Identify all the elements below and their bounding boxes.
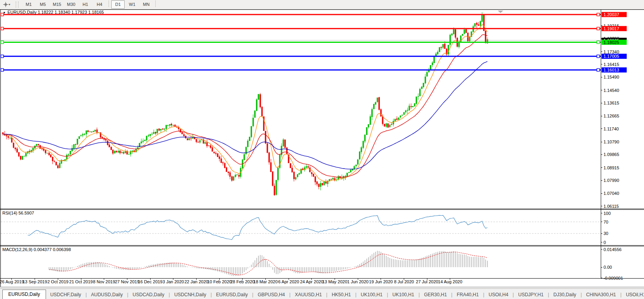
candle [466,29,467,33]
timeframe-button-m1[interactable]: M1 [22,0,35,9]
tab-usoil-h1[interactable]: USOil,H1 [622,290,644,299]
candle [402,115,403,115]
candle [272,172,273,186]
line-handle[interactable] [1,27,4,30]
toolbar-grip-handle[interactable] [16,2,18,8]
tab-usoil-h4[interactable]: USOil,H4 [484,290,513,299]
candle [189,138,190,140]
candle [416,97,417,104]
date-tick-label: 22 Jan 2020 [184,279,208,284]
price-tick-label: 1.14540 [604,88,619,93]
candle [384,124,385,127]
tab-dj30-daily[interactable]: DJ30,Daily [549,290,581,299]
candle [223,163,224,163]
tab-eurusd-daily[interactable]: EURUSD,Daily [2,290,46,299]
date-tick-label: 19 Jun 2020 [369,279,393,284]
candle [341,178,342,178]
candle [41,149,42,149]
candle [29,151,30,152]
candle [7,136,9,138]
tab-eurusd-daily[interactable]: EURUSD,Daily [212,290,252,299]
price-chart-canvas[interactable]: 1.192151.182901.173401.164151.154901.145… [0,9,644,287]
line-handle[interactable] [597,55,600,58]
price-tick-label: 1.12665 [604,114,619,118]
tab-fra40-h1[interactable]: FRA40,H1 [453,290,483,299]
pivot-line-1.18025[interactable] [1,41,601,44]
line-handle[interactable] [1,55,4,58]
candle [364,135,366,141]
resistance-line-1.19017[interactable] [1,27,601,30]
candle [135,149,136,152]
line-handle[interactable] [597,41,600,44]
candle [153,132,155,134]
rsi-indicator-label: RSI(14) 56.5907 [2,211,34,215]
candle [391,125,392,125]
line-handle[interactable] [1,41,4,44]
rsi-tick-label: 70 [604,220,608,224]
tab-xauusd-h1[interactable]: XAUUSD,H1 [291,290,326,299]
tab-usdjpy-h1[interactable]: USDJPY,H1 [514,290,548,299]
line-handle[interactable] [597,27,600,30]
chart-menu-icon[interactable]: ▼ [3,11,6,15]
chart-shift-marker-icon[interactable] [498,11,503,13]
time-axis[interactable]: 26 Aug 201913 Sep 20192 Oct 201921 Oct 2… [0,278,462,284]
candle [192,138,193,138]
line-handle[interactable] [597,13,600,16]
tab-gbpusd-h4[interactable]: GBPUSD,H4 [253,290,289,299]
toolbar-separator [109,0,109,7]
candle [9,138,11,138]
chevron-down-icon[interactable]: ▾ [9,3,10,6]
date-tick-label: 13 Sep 2019 [22,279,47,284]
tab-usdcad-daily[interactable]: USDCAD,Daily [128,290,169,299]
tab-audusd-daily[interactable]: AUDUSD,Daily [87,290,127,299]
candle [118,151,119,152]
candle [350,170,351,172]
timeframe-button-m15[interactable]: M15 [50,0,64,9]
candle [434,56,435,63]
candle [261,107,263,116]
timeframe-button-h4[interactable]: H4 [93,0,106,9]
candle [292,168,293,172]
candle [144,140,145,141]
timeframe-button-m30[interactable]: M30 [64,0,78,9]
macd-tick-label: 0.014556 [604,247,622,252]
tab-uk100-h1[interactable]: UK100,H1 [357,290,387,299]
price-tick-label: 1.17340 [604,50,619,54]
candle [110,147,112,150]
timeframe-button-mn[interactable]: MN [140,0,153,9]
candle [265,131,266,143]
timeframe-button-w1[interactable]: W1 [125,0,139,9]
candle [380,110,381,116]
candle [382,116,383,124]
tab-ger30-h1[interactable]: GER30,H1 [420,290,451,299]
candle [283,140,284,146]
main-price-panel[interactable] [1,12,601,196]
timeframe-button-h1[interactable]: H1 [79,0,92,9]
macd-panel[interactable] [49,251,488,276]
rsi-tick-label: 100 [604,211,611,216]
candle [59,163,60,168]
line-handle[interactable] [597,69,600,72]
support-line-1.16013[interactable] [1,69,601,72]
price-axis[interactable]: 1.192151.182901.173401.164151.154901.145… [601,12,627,281]
rsi-line [28,215,488,240]
tab-usdchf-daily[interactable]: USDCHF,Daily [46,290,86,299]
candle [421,87,422,89]
timeframe-button-d1[interactable]: D1 [111,0,125,9]
candle [355,165,357,166]
candle [148,136,149,136]
tab-china300-h1[interactable]: CHINA300,H1 [582,290,620,299]
candle [448,45,449,54]
line-handle[interactable] [1,69,4,72]
tab-hk50-h1[interactable]: HK50,H1 [328,290,355,299]
tab-uk100-h1[interactable]: UK100,H1 [388,290,418,299]
rsi-panel[interactable] [1,215,601,240]
timeframe-button-m5[interactable]: M5 [36,0,50,9]
candle [407,110,408,110]
crosshair-icon[interactable]: ▾ [2,1,12,8]
date-tick-label: 14 Aug 2020 [438,279,462,284]
tab-usdcnh-daily[interactable]: USDCNH,Daily [170,290,210,299]
support-line-1.17005[interactable] [1,55,601,58]
candle [109,145,110,147]
candle [89,131,90,132]
